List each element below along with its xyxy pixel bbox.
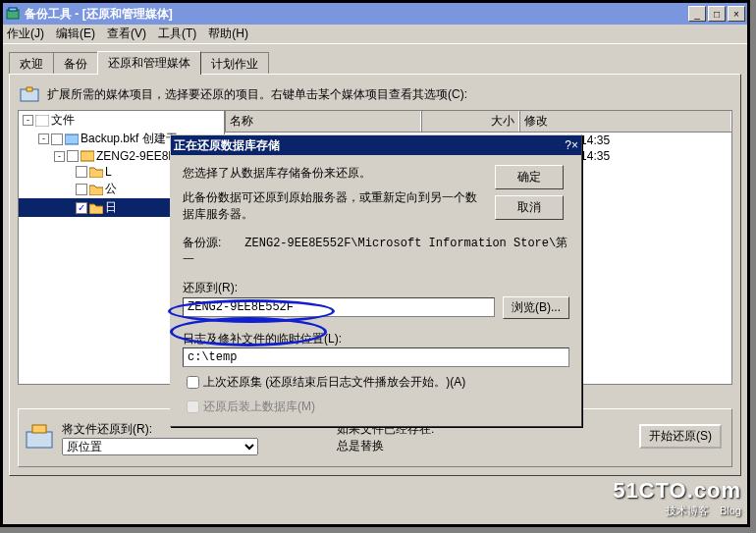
folder-icon [89, 184, 103, 195]
watermark-big: 51CTO.com [613, 478, 741, 504]
checkbox-checked[interactable]: ✓ [76, 202, 87, 214]
minimize-button[interactable]: _ [688, 6, 706, 22]
tape-icon [65, 133, 79, 145]
window-title: 备份工具 - [还原和管理媒体] [25, 6, 686, 23]
menu-job[interactable]: 作业(J) [7, 26, 44, 42]
tree-item[interactable]: 公 [105, 181, 117, 197]
menu-edit[interactable]: 编辑(E) [56, 26, 95, 42]
backup-source-label: 备份源: [183, 235, 242, 251]
tab-welcome[interactable]: 欢迎 [9, 52, 54, 76]
dialog-msg2: 此备份数据可还原到原始服务器，或重新定向到另一个数据库服务器。 [183, 189, 485, 223]
restore-location-select[interactable]: 原位置 [62, 438, 258, 455]
cancel-button[interactable]: 取消 [495, 195, 564, 220]
svg-rect-1 [9, 8, 17, 11]
expand-icon[interactable]: - [54, 151, 65, 162]
start-restore-button[interactable]: 开始还原(S) [639, 424, 722, 449]
last-restore-set-label: 上次还原集 (还原结束后日志文件播放会开始。)(A) [203, 374, 465, 391]
dialog-help-button[interactable]: ? [565, 138, 571, 152]
last-restore-set-checkbox[interactable] [187, 376, 199, 389]
tree-root[interactable]: 文件 [51, 112, 75, 129]
checkbox[interactable] [67, 150, 79, 162]
window-titlebar: 备份工具 - [还原和管理媒体] _ □ × [3, 3, 747, 25]
instruction-row: 扩展所需的媒体项目，选择要还原的项目。右键单击某个媒体项目查看其选项(C): [18, 82, 732, 106]
svg-rect-4 [65, 134, 79, 144]
server-icon [81, 150, 94, 162]
watermark: 51CTO.com 技术博客 Blog [613, 478, 741, 518]
dialog-titlebar: 正在还原数据库存储 ? × [171, 135, 581, 155]
col-size[interactable]: 大小 [421, 111, 519, 132]
tab-restore[interactable]: 还原和管理媒体 [97, 51, 201, 75]
restore-icon [18, 82, 41, 106]
temp-location-label: 日志及修补文件的临时位置(L): [183, 331, 569, 347]
tree-item[interactable]: L [105, 165, 112, 179]
dialog-close-button[interactable]: × [571, 138, 578, 152]
svg-rect-6 [27, 432, 52, 448]
browse-button[interactable]: 浏览(B)... [503, 296, 569, 319]
restore-db-dialog: 正在还原数据库存储 ? × 您选择了从数据库存储备份来还原。 此备份数据可还原到… [170, 134, 582, 427]
temp-location-input[interactable] [183, 347, 569, 367]
list-header: 名称 大小 修改 [225, 111, 731, 133]
mount-db-label: 还原后装上数据库(M) [203, 399, 315, 415]
menu-help[interactable]: 帮助(H) [208, 26, 248, 42]
tree-item-selected[interactable]: 日 [105, 199, 117, 216]
dialog-title: 正在还原数据库存储 [174, 137, 565, 154]
watermark-small: 技术博客 Blog [613, 504, 741, 518]
exists-value: 总是替换 [337, 438, 434, 454]
ok-button[interactable]: 确定 [495, 165, 564, 189]
mount-db-checkbox [187, 400, 199, 413]
checkbox[interactable] [76, 184, 87, 195]
menu-view[interactable]: 查看(V) [107, 26, 146, 42]
tab-schedule[interactable]: 计划作业 [200, 52, 269, 76]
menubar: 作业(J) 编辑(E) 查看(V) 工具(T) 帮助(H) [3, 25, 747, 44]
col-name[interactable]: 名称 [225, 111, 421, 132]
svg-rect-5 [81, 151, 94, 161]
file-icon [35, 115, 49, 127]
close-button[interactable]: × [728, 6, 745, 22]
menu-tools[interactable]: 工具(T) [158, 26, 196, 42]
dialog-msg1: 您选择了从数据库存储备份来还原。 [183, 165, 485, 182]
checkbox[interactable] [51, 133, 63, 145]
expand-icon[interactable]: - [23, 115, 33, 126]
instruction-text: 扩展所需的媒体项目，选择要还原的项目。右键单击某个媒体项目查看其选项(C): [47, 86, 467, 103]
tab-row: 欢迎 备份 还原和管理媒体 计划作业 [3, 44, 747, 74]
restore-to-input[interactable] [183, 297, 495, 317]
folder-icon [89, 202, 103, 214]
tab-backup[interactable]: 备份 [53, 52, 98, 76]
svg-rect-7 [32, 425, 46, 433]
maximize-button[interactable]: □ [708, 6, 726, 22]
checkbox[interactable] [76, 166, 87, 178]
tree-bkf[interactable]: Backup.bkf 创建于 [81, 131, 178, 147]
restore-panel-icon [25, 422, 56, 453]
app-icon [5, 6, 21, 22]
restore-to-field-label: 还原到(R): [183, 280, 569, 296]
svg-rect-3 [35, 115, 49, 127]
col-modified[interactable]: 修改 [519, 111, 731, 132]
folder-icon [89, 166, 103, 178]
expand-icon[interactable]: - [38, 133, 49, 144]
